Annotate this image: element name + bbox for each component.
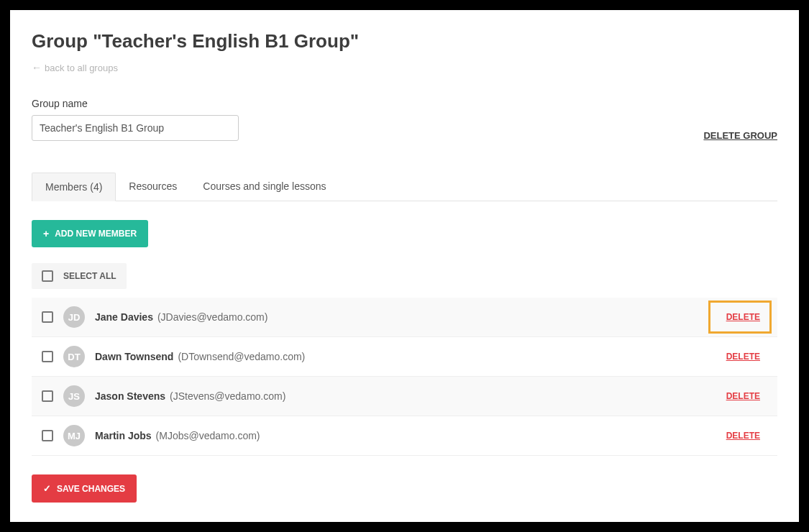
member-name: Dawn Townsend	[95, 351, 173, 362]
delete-member-button[interactable]: DELETE	[719, 387, 767, 405]
avatar: MJ	[63, 425, 85, 446]
tab-courses[interactable]: Courses and single lessons	[190, 173, 339, 201]
page-title: Group "Teacher's English B1 Group"	[32, 30, 777, 52]
select-all-row: SELECT ALL	[32, 263, 127, 289]
delete-member-button[interactable]: DELETE	[719, 347, 767, 366]
delete-member-button[interactable]: DELETE	[719, 308, 767, 326]
member-name: Jane Davies	[95, 311, 153, 323]
add-member-button[interactable]: ADD NEW MEMBER	[32, 220, 148, 247]
save-changes-button[interactable]: SAVE CHANGES	[32, 474, 137, 503]
page-frame: Group "Teacher's English B1 Group" ← bac…	[10, 10, 799, 522]
member-email: (DTownsend@vedamo.com)	[178, 351, 305, 362]
group-name-input[interactable]	[32, 115, 239, 141]
member-row: DT Dawn Townsend (DTownsend@vedamo.com) …	[32, 337, 777, 377]
check-icon	[43, 483, 51, 494]
avatar: JS	[63, 385, 85, 407]
select-all-label: SELECT ALL	[63, 271, 116, 281]
avatar: DT	[63, 346, 85, 367]
member-email: (JStevens@vedamo.com)	[170, 390, 285, 402]
member-checkbox[interactable]	[42, 390, 53, 402]
member-row: JD Jane Davies (JDavies@vedamo.com) DELE…	[32, 298, 777, 337]
add-member-label: ADD NEW MEMBER	[55, 229, 137, 239]
back-to-groups-link[interactable]: ← back to all groups	[32, 62, 118, 73]
tab-members[interactable]: Members (4)	[32, 173, 116, 201]
arrow-left-icon: ←	[32, 62, 42, 73]
member-checkbox[interactable]	[42, 430, 53, 441]
member-checkbox[interactable]	[42, 351, 53, 362]
member-list: JD Jane Davies (JDavies@vedamo.com) DELE…	[32, 298, 777, 456]
avatar: JD	[63, 306, 85, 328]
group-name-field: Group name	[32, 98, 239, 141]
group-name-row: Group name DELETE GROUP	[32, 98, 777, 141]
member-row: JS Jason Stevens (JStevens@vedamo.com) D…	[32, 377, 777, 416]
group-name-label: Group name	[32, 98, 239, 109]
save-label: SAVE CHANGES	[57, 484, 125, 494]
tab-resources[interactable]: Resources	[116, 173, 190, 201]
member-email: (MJobs@vedamo.com)	[156, 430, 260, 441]
select-all-checkbox[interactable]	[42, 270, 53, 282]
member-name: Martin Jobs	[95, 430, 152, 441]
member-name: Jason Stevens	[95, 390, 165, 402]
delete-member-button[interactable]: DELETE	[719, 426, 767, 445]
back-link-label: back to all groups	[45, 63, 118, 73]
member-checkbox[interactable]	[42, 311, 53, 323]
member-row: MJ Martin Jobs (MJobs@vedamo.com) DELETE	[32, 416, 777, 456]
tabs: Members (4) Resources Courses and single…	[32, 173, 777, 201]
delete-group-link[interactable]: DELETE GROUP	[703, 130, 777, 141]
member-email: (JDavies@vedamo.com)	[157, 311, 268, 323]
plus-icon	[43, 228, 49, 239]
